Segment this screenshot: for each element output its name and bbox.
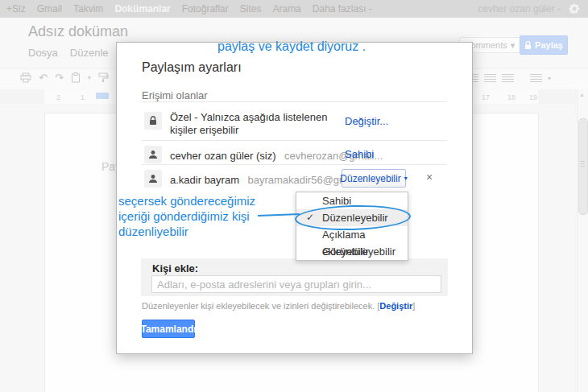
role-option-goruntuleyebilir[interactable]: Görüntüleyebilir [296, 243, 408, 260]
editors-permission-note: Düzenleyenler kişi ekleyebilecek ve izin… [142, 301, 415, 311]
topbar-item-gmail[interactable]: Gmail [37, 3, 62, 14]
owner-name: cevher ozan güler (siz) [170, 150, 276, 162]
divider [142, 140, 447, 141]
ruler-number: 1 [81, 93, 85, 101]
topbar-item-daha-fazlasi[interactable]: Daha fazlası - [313, 3, 372, 14]
divider [142, 164, 447, 165]
print-icon[interactable] [20, 72, 31, 83]
document-title[interactable]: Adsız doküman [28, 23, 128, 40]
dialog-title: Paylaşım ayarları [142, 60, 242, 75]
owner-row-icon-box [144, 146, 162, 163]
done-button[interactable]: Tamamlandı [142, 320, 195, 338]
google-topbar: +Siz Gmail Takvim Dokümanlar Fotoğraflar… [0, 0, 588, 18]
share-button[interactable]: Paylaş [520, 35, 568, 55]
access-section-label: Erişimi olanlar [142, 89, 208, 101]
note-text: Düzenleyenler kişi ekleyebilecek ve izin… [142, 301, 375, 311]
collaborator-row-icon-box [144, 170, 162, 188]
annotation-line: içeriği gönderdiğimiz kişi [118, 208, 255, 224]
visibility-label: Özel - Yalnızca aşağıda listelenen kişil… [170, 111, 343, 137]
topbar-item-siz[interactable]: +Siz [6, 3, 26, 14]
topbar-item-takvim[interactable]: Takvim [73, 3, 103, 14]
lock-icon [149, 116, 157, 126]
remove-collaborator-icon[interactable]: × [426, 171, 433, 184]
role-dropdown-button[interactable]: Düzenleyebilir ▾ [342, 169, 406, 188]
chevron-down-icon: ▾ [511, 40, 516, 51]
add-people-input[interactable] [151, 275, 441, 293]
change-visibility-link[interactable]: Değiştir... [345, 115, 388, 127]
menu-duzenle[interactable]: Düzenle [70, 47, 109, 59]
ruler-number: 18 [507, 93, 516, 101]
topbar-item-arama[interactable]: Arama [272, 3, 300, 14]
paint-format-icon[interactable] [98, 72, 109, 83]
annotation-line: düzenliyebilir [118, 224, 255, 239]
change-permissions-link[interactable]: Değiştir [379, 301, 412, 311]
divider [142, 101, 447, 102]
paste-caret-icon[interactable]: ▾ [88, 74, 91, 81]
menu-dosya[interactable]: Dosya [28, 47, 58, 59]
line-spacing-caret-icon[interactable]: ▾ [548, 75, 551, 82]
indent-marker[interactable] [96, 93, 109, 99]
lock-icon [524, 41, 532, 50]
undo-icon[interactable]: ↶ [39, 72, 48, 83]
add-people-section: Kişi ekle: [141, 258, 448, 296]
scrollbar-up-arrow[interactable]: ▲ [579, 92, 585, 97]
gear-icon[interactable] [569, 3, 580, 14]
person-icon [148, 150, 158, 159]
scrollbar-thumb-grips [581, 161, 585, 167]
account-menu[interactable]: cevher ozan güler - [478, 3, 561, 14]
collaborator-name: a.kadir bayram [170, 174, 239, 186]
star-icon[interactable]: ☆ [116, 27, 125, 38]
topbar-item-fotograflar[interactable]: Fotoğraflar [182, 3, 229, 14]
align-justify-icon[interactable] [502, 74, 514, 83]
annotation-line: seçersek göndereceğimiz [118, 193, 255, 208]
role-dropdown-label: Düzenleyebilir [340, 173, 400, 184]
topbar-item-sites[interactable]: Sites [240, 3, 262, 14]
chevron-down-icon: ▾ [404, 175, 408, 182]
ruler-number: 2 [56, 93, 60, 101]
align-right-icon[interactable] [484, 74, 496, 83]
topbar-item-dokumanlar[interactable]: Dokümanlar [114, 3, 170, 14]
toolbar-left-group: ↶ ↷ ▾ [20, 72, 109, 83]
add-people-label: Kişi ekle: [152, 262, 198, 274]
app-window: +Siz Gmail Takvim Dokümanlar Fotoğraflar… [0, 0, 588, 392]
person-icon [148, 174, 158, 184]
share-label: Paylaş [535, 40, 563, 50]
bracket: ] [412, 301, 415, 311]
owner-role-label: Sahibi [345, 148, 374, 160]
ruler-number: 19 [529, 93, 537, 101]
paste-icon[interactable] [71, 72, 81, 83]
visibility-row-icon-box [144, 112, 162, 130]
ruler-number: 17 [482, 93, 490, 101]
annotation-left-note: seçersek göndereceğimiz içeriği gönderdi… [118, 193, 255, 239]
line-spacing-icon[interactable] [530, 74, 542, 83]
annotation-top-note: paylaş ve kaydet diyoruz . [217, 39, 366, 54]
redo-icon[interactable]: ↷ [55, 72, 64, 83]
